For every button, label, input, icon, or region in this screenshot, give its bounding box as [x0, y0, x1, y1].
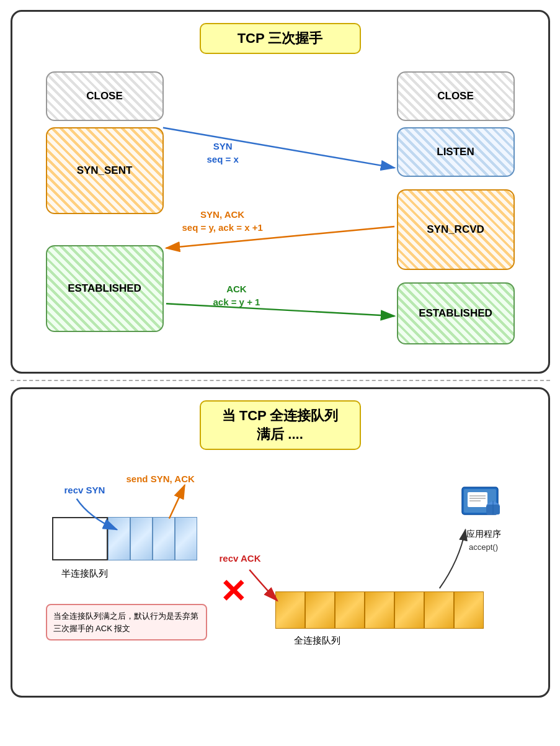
left-syn-sent-box: SYN_SENT	[46, 127, 164, 214]
full-cell-5	[394, 591, 424, 629]
app-icon	[459, 486, 509, 526]
half-cell-3	[153, 517, 175, 560]
full-cell-3	[335, 591, 365, 629]
bottom-section: 当 TCP 全连接队列满后 .... recv SYN send SYN, AC…	[11, 387, 550, 698]
recv-syn-label: recv SYN	[64, 485, 105, 495]
full-cell-7	[454, 591, 484, 629]
half-queue-cells	[108, 517, 197, 560]
half-queue-empty	[52, 517, 108, 560]
tcp-handshake-diagram: CLOSE SYN_SENT ESTABLISHED CLOSE LISTEN …	[27, 71, 533, 357]
section-divider	[11, 380, 550, 381]
right-close-box: CLOSE	[397, 71, 515, 121]
half-cell-1	[108, 517, 130, 560]
recv-ack-label: recv ACK	[220, 553, 261, 564]
right-listen-box: LISTEN	[397, 127, 515, 177]
left-close-box: CLOSE	[46, 71, 164, 121]
left-established-box: ESTABLISHED	[46, 245, 164, 332]
half-queue-label: 半连接队列	[61, 568, 108, 580]
bottom-title: 当 TCP 全连接队列满后 ....	[200, 400, 361, 450]
right-established-box: ESTABLISHED	[397, 282, 515, 344]
accept-label: accept()	[469, 542, 498, 552]
ack-label: ACK ack = y + 1	[213, 282, 260, 308]
syn-label: SYN seq = x	[207, 140, 239, 166]
svg-rect-8	[468, 492, 487, 507]
full-queue-label: 全连接队列	[294, 635, 340, 647]
full-cell-4	[365, 591, 394, 629]
full-queue	[275, 591, 484, 629]
queue-diagram: recv SYN send SYN, ACK recv ACK 半连接队列	[27, 467, 533, 678]
half-cell-2	[130, 517, 153, 560]
notice-box: 当全连接队列满之后，默认行为是丢弃第三次握手的 ACK 报文	[46, 604, 207, 640]
top-title: TCP 三次握手	[200, 23, 361, 54]
right-syn-rcvd-box: SYN_RCVD	[397, 189, 515, 270]
send-synack-label: send SYN, ACK	[127, 474, 195, 484]
app-area: 应用程序 accept()	[459, 486, 509, 552]
x-mark: ✕	[220, 573, 247, 610]
half-queue	[52, 517, 197, 560]
full-cell-2	[305, 591, 335, 629]
app-label: 应用程序	[466, 529, 501, 540]
full-cell-1	[275, 591, 305, 629]
svg-line-5	[166, 303, 394, 316]
half-cell-4	[175, 517, 197, 560]
top-section: TCP 三次握手 CLOSE SYN_SENT ESTABLISHED CLOS…	[11, 10, 550, 374]
synack-label: SYN, ACK seq = y, ack = x +1	[182, 208, 263, 234]
svg-line-3	[162, 128, 394, 168]
full-cell-6	[424, 591, 454, 629]
